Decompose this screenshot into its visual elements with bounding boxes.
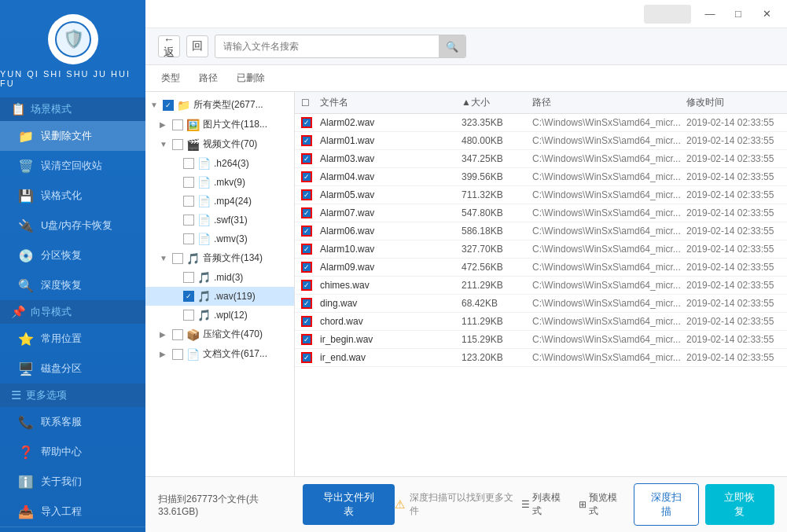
sidebar-item-customer-service[interactable]: 📞 联系客服 [0,407,145,437]
scenario-label: 场景模式 [31,102,72,116]
scan-info: 扫描到267773个文件(共33.61GB) [158,493,290,517]
table-row[interactable]: ✓ Alarm07.wav 547.80KB C:\Windows\WinSxS… [295,204,787,222]
tree-item-mkv[interactable]: 📄 .mkv(9) [145,173,294,192]
checkbox-video[interactable] [172,139,183,150]
table-row[interactable]: ✓ Alarm02.wav 323.35KB C:\Windows\WinSxS… [295,114,787,132]
tree-item-doc[interactable]: ▶ 📄 文档文件(617... [145,344,294,364]
common-place-icon: ⭐ [17,330,35,347]
mkv-icon: 📄 [197,176,211,189]
tree-item-zip[interactable]: ▶ 📦 压缩文件(470) [145,325,294,344]
sidebar-item-import[interactable]: 📥 导入工程 [0,497,145,526]
sidebar-item-disk-partition[interactable]: 🖥️ 磁盘分区 [0,354,145,383]
checkbox-doc[interactable] [172,349,183,360]
back-button[interactable]: ← 返 [158,35,180,57]
search-input[interactable] [215,37,439,56]
table-row[interactable]: ✓ ir_begin.wav 115.29KB C:\Windows\WinSx… [295,331,787,349]
tree-label-wav: .wav(119) [214,291,289,302]
row-checkbox[interactable]: ✓ [301,316,312,327]
sidebar-item-wrong-format[interactable]: 💾 误格式化 [0,181,145,211]
tree-item-video[interactable]: ▼ 🎬 视频文件(70) [145,134,294,154]
search-box: 🔍 [215,35,466,58]
table-row[interactable]: ✓ chimes.wav 211.29KB C:\Windows\WinSxS\… [295,277,787,295]
filter-path[interactable]: 路径 [196,70,221,86]
row-checkbox[interactable]: ✓ [301,298,312,309]
filter-deleted[interactable]: 已删除 [234,70,268,86]
sidebar-item-common-place[interactable]: ⭐ 常用位置 [0,324,145,354]
checkbox-wpl[interactable] [183,310,194,321]
row-checkbox[interactable]: ✓ [301,262,312,273]
table-row[interactable]: ✓ Alarm09.wav 472.56KB C:\Windows\WinSxS… [295,259,787,277]
search-button[interactable]: 🔍 [439,35,465,57]
sidebar-item-recycle-bin[interactable]: 🗑️ 误清空回收站 [0,151,145,181]
checkbox-mid[interactable] [183,272,194,283]
minimize-button[interactable]: — [697,6,723,23]
checkbox-img[interactable] [172,119,183,130]
tree-item-mid[interactable]: 🎵 .mid(3) [145,268,294,287]
sidebar-item-help[interactable]: ❓ 帮助中心 [0,437,145,467]
checkbox-zip[interactable] [172,329,183,340]
row-checkbox[interactable]: ✓ [301,280,312,291]
tree-item-wpl[interactable]: 🎵 .wpl(12) [145,306,294,325]
tree-item-img[interactable]: ▶ 🖼️ 图片文件(118... [145,115,294,134]
tree-label-all: 所有类型(2677... [193,98,289,112]
deep-scan-button[interactable]: 深度扫描 [634,483,698,526]
table-row[interactable]: ✓ Alarm03.wav 347.25KB C:\Windows\WinSxS… [295,150,787,168]
file-list-header: ☐ 文件名 ▲大小 路径 修改时间 [295,92,787,114]
checkbox-wmv[interactable] [183,233,194,244]
row-path: C:\Windows\WinSxS\amd64_micr... [532,262,686,273]
preview-mode-button[interactable]: ⊞ 预览模式 [574,489,627,520]
tree-item-audio[interactable]: ▼ 🎵 音频文件(134) [145,248,294,268]
close-button[interactable]: ✕ [754,6,779,23]
filter-type[interactable]: 类型 [158,70,183,86]
list-mode-button[interactable]: ☰ 列表模式 [517,489,571,520]
row-checkbox[interactable]: ✓ [301,334,312,345]
row-checkbox[interactable]: ✓ [301,135,312,146]
row-checkbox[interactable]: ✓ [301,244,312,255]
row-checkbox[interactable]: ✓ [301,189,312,200]
sidebar-item-partition[interactable]: 💿 分区恢复 [0,240,145,270]
row-checkbox[interactable]: ✓ [301,226,312,237]
tree-label-wmv: .wmv(3) [214,233,289,244]
table-row[interactable]: ✓ Alarm01.wav 480.00KB C:\Windows\WinSxS… [295,132,787,150]
maximize-button[interactable]: □ [726,6,751,23]
tree-item-swf[interactable]: 📄 .swf(31) [145,211,294,229]
wrong-delete-label: 误删除文件 [41,129,92,143]
sidebar-item-about[interactable]: ℹ️ 关于我们 [0,467,145,497]
checkbox-audio[interactable] [172,253,183,264]
sidebar-item-usb[interactable]: 🔌 U盘/内存卡恢复 [0,211,145,240]
tree-item-wav[interactable]: ✓ 🎵 .wav(119) [145,287,294,306]
tree-item-h264[interactable]: 📄 .h264(3) [145,154,294,173]
col-size[interactable]: ▲大小 [462,96,532,109]
row-size: 347.25KB [462,153,532,164]
checkbox-h264[interactable] [183,158,194,169]
row-checkbox[interactable]: ✓ [301,352,312,363]
table-row[interactable]: ✓ Alarm04.wav 399.56KB C:\Windows\WinSxS… [295,168,787,186]
checkbox-mp4[interactable] [183,196,194,207]
checkbox-mkv[interactable] [183,177,194,188]
table-row[interactable]: ✓ Alarm05.wav 711.32KB C:\Windows\WinSxS… [295,186,787,204]
export-button[interactable]: 导出文件列表 [303,484,395,525]
table-row[interactable]: ✓ Alarm06.wav 586.18KB C:\Windows\WinSxS… [295,222,787,240]
row-checkbox[interactable]: ✓ [301,153,312,164]
row-checkbox[interactable]: ✓ [301,207,312,218]
table-row[interactable]: ✓ Alarm10.wav 327.70KB C:\Windows\WinSxS… [295,240,787,259]
refresh-button[interactable]: 回 [186,35,208,57]
table-row[interactable]: ✓ chord.wav 111.29KB C:\Windows\WinSxS\a… [295,313,787,331]
tree-item-all[interactable]: ▼ ✓ 📁 所有类型(2677... [145,95,294,115]
restore-button[interactable]: 立即恢复 [705,484,774,525]
sidebar-item-deep-recover[interactable]: 🔍 深度恢复 [0,270,145,300]
checkbox-swf[interactable] [183,215,194,226]
row-date: 2019-02-14 02:33:55 [686,226,781,237]
col-filename[interactable]: 文件名 [320,96,462,109]
tree-label-img: 图片文件(118... [203,118,289,131]
checkbox-wav[interactable]: ✓ [183,291,194,302]
tree-item-mp4[interactable]: 📄 .mp4(24) [145,192,294,211]
sidebar-item-wrong-delete[interactable]: 📁 误删除文件 [0,121,145,151]
table-row[interactable]: ✓ ding.wav 68.42KB C:\Windows\WinSxS\amd… [295,295,787,313]
checkbox-all[interactable]: ✓ [163,100,174,111]
table-row[interactable]: ✓ ir_end.wav 123.20KB C:\Windows\WinSxS\… [295,349,787,367]
row-size: 211.29KB [462,280,532,291]
tree-item-wmv[interactable]: 📄 .wmv(3) [145,229,294,248]
row-checkbox[interactable]: ✓ [301,117,312,128]
row-checkbox[interactable]: ✓ [301,171,312,182]
